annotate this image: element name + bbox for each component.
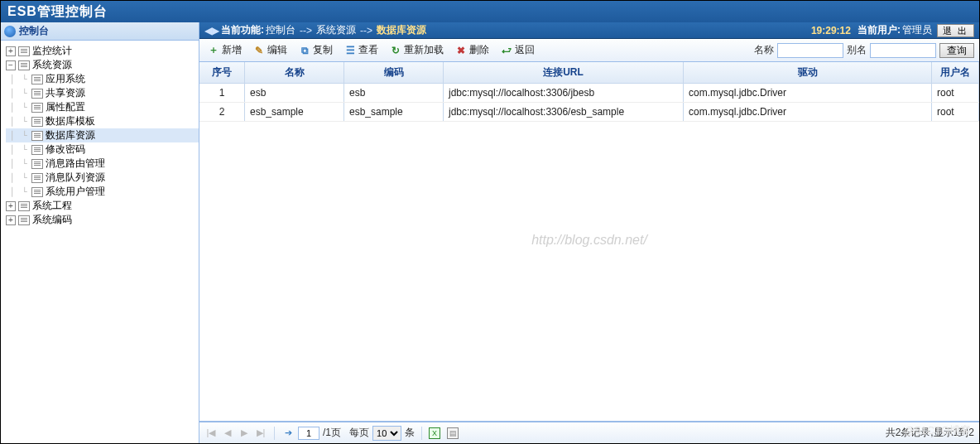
tree-node[interactable]: │└数据库资源 [6, 128, 199, 142]
search-name-input[interactable] [777, 43, 843, 58]
col-driver[interactable]: 驱动 [684, 62, 932, 83]
list-icon: ☰ [344, 45, 356, 56]
breadcrumb-2[interactable]: 系统资源 [316, 23, 356, 37]
tree-label: 系统用户管理 [46, 185, 105, 199]
breadcrumb-sep: --> [360, 25, 372, 36]
view-button[interactable]: ☰查看 [341, 41, 382, 59]
tree-label: 监控统计 [32, 44, 72, 58]
sidebar-header: 控制台 [1, 22, 199, 41]
first-page-button[interactable]: |◀ [204, 427, 218, 440]
tree-label: 属性配置 [46, 100, 85, 114]
app-title-bar: ESB管理控制台 [1, 1, 979, 22]
per-page-prefix: 每页 [349, 426, 369, 440]
per-page-select[interactable]: 10 [372, 426, 401, 441]
data-grid: 序号 名称 编码 连接URL 驱动 用户名 1esbesbjdbc:mysql:… [199, 62, 979, 422]
logout-button[interactable]: 退 出 [937, 24, 974, 37]
search-alias-input[interactable] [870, 43, 936, 58]
page-icon [31, 75, 43, 84]
page-icon [31, 131, 43, 141]
footer-brand: @51CTO博客 [904, 423, 971, 438]
tree-label: 修改密码 [46, 142, 85, 157]
tree-node[interactable]: │└修改密码 [6, 142, 199, 157]
page-icon [18, 46, 30, 56]
user-label: 当前用户: [858, 23, 901, 37]
tree-node[interactable]: +系统编码 [6, 213, 199, 227]
tree-label: 共享资源 [46, 86, 85, 100]
tree-node[interactable]: −系统资源 [6, 58, 199, 72]
tree-label: 消息队列资源 [46, 171, 105, 185]
goto-icon[interactable]: ➔ [281, 427, 295, 440]
tree-node[interactable]: │└消息队列资源 [6, 171, 199, 185]
add-button[interactable]: ＋新增 [204, 41, 245, 59]
page-icon [31, 159, 43, 169]
tree-label: 系统工程 [32, 199, 72, 213]
reload-button[interactable]: ↻重新加载 [387, 41, 447, 59]
table-row[interactable]: 2esb_sampleesb_samplejdbc:mysql://localh… [199, 103, 979, 122]
delete-icon: ✖ [455, 45, 467, 56]
tree-node[interactable]: │└系统用户管理 [6, 185, 199, 199]
back-button[interactable]: ⮐返回 [497, 41, 538, 59]
col-url[interactable]: 连接URL [444, 62, 684, 83]
delete-button[interactable]: ✖删除 [452, 41, 492, 59]
total-pages: /1页 [323, 426, 341, 440]
edit-button[interactable]: ✎编辑 [250, 41, 291, 59]
page-icon [31, 103, 43, 113]
tree-node[interactable]: +系统工程 [6, 199, 199, 213]
search-button[interactable]: 查询 [939, 43, 974, 58]
page-icon [31, 145, 43, 155]
page-icon [31, 173, 43, 183]
pencil-icon: ✎ [253, 45, 265, 56]
tree-label: 数据库资源 [46, 128, 95, 142]
per-page-suffix: 条 [405, 426, 415, 440]
page-icon [18, 201, 30, 211]
breadcrumb-1[interactable]: 控制台 [266, 23, 295, 37]
breadcrumb-sep: --> [300, 25, 312, 36]
tree-node[interactable]: │└应用系统 [6, 72, 199, 86]
col-code[interactable]: 编码 [344, 62, 444, 83]
tree-toggle-icon[interactable]: − [6, 60, 16, 70]
col-user[interactable]: 用户名 [932, 62, 979, 83]
tree-toggle-icon[interactable]: + [6, 215, 16, 225]
search-name-label: 名称 [754, 43, 774, 57]
page-input[interactable] [298, 427, 319, 440]
tree-node[interactable]: │└消息路由管理 [6, 157, 199, 171]
tree-node[interactable]: │└数据库模板 [6, 114, 199, 128]
page-icon [31, 187, 43, 197]
sidebar-title: 控制台 [19, 24, 49, 38]
tree-toggle-icon[interactable]: + [6, 201, 16, 211]
tree-node[interactable]: │└共享资源 [6, 86, 199, 100]
context-bar: ◀▶ 当前功能: 控制台 --> 系统资源 --> 数据库资源 19:29:12… [199, 22, 979, 39]
tree-label: 系统资源 [32, 58, 72, 72]
next-page-button[interactable]: ▶ [238, 427, 251, 440]
refresh-icon: ↻ [390, 45, 401, 56]
export-excel-button[interactable]: X [429, 427, 440, 439]
tree-label: 应用系统 [46, 72, 85, 86]
pager: |◀ ◀ ▶ ▶| ➔ /1页 每页 10 条 X ▤ 共2条记录,显示1到2 [199, 422, 979, 443]
page-icon [18, 60, 30, 70]
func-label: 当前功能: [221, 23, 264, 37]
page-icon [31, 89, 43, 99]
search-alias-label: 别名 [847, 43, 867, 57]
tree-toggle-icon[interactable]: + [6, 46, 16, 56]
tree-label: 系统编码 [32, 213, 72, 227]
copy-button[interactable]: ⧉复制 [295, 41, 336, 59]
splitter-icon[interactable]: ◀▶ [204, 25, 219, 36]
tree-node[interactable]: │└属性配置 [6, 100, 199, 114]
col-seq[interactable]: 序号 [199, 62, 245, 83]
tree-node[interactable]: +监控统计 [6, 44, 199, 58]
table-row[interactable]: 1esbesbjdbc:mysql://localhost:3306/jbesb… [199, 84, 979, 103]
toolbar: ＋新增 ✎编辑 ⧉复制 ☰查看 ↻重新加载 ✖删除 ⮐返回 名称 别名 查询 [199, 39, 979, 62]
sidebar: 控制台 +监控统计−系统资源│└应用系统│└共享资源│└属性配置│└数据库模板│… [1, 22, 199, 443]
copy-icon: ⧉ [299, 45, 310, 56]
current-user: 管理员 [902, 23, 932, 37]
last-page-button[interactable]: ▶| [254, 427, 267, 440]
prev-page-button[interactable]: ◀ [221, 427, 234, 440]
watermark: http://blog.csdn.net/ [531, 233, 647, 248]
globe-icon [4, 26, 16, 37]
breadcrumb-3: 数据库资源 [377, 23, 426, 37]
export-page-button[interactable]: ▤ [447, 427, 459, 439]
tree-label: 消息路由管理 [46, 157, 105, 171]
content-area: ◀▶ 当前功能: 控制台 --> 系统资源 --> 数据库资源 19:29:12… [199, 22, 979, 443]
page-icon [31, 117, 43, 127]
col-name[interactable]: 名称 [245, 62, 344, 83]
